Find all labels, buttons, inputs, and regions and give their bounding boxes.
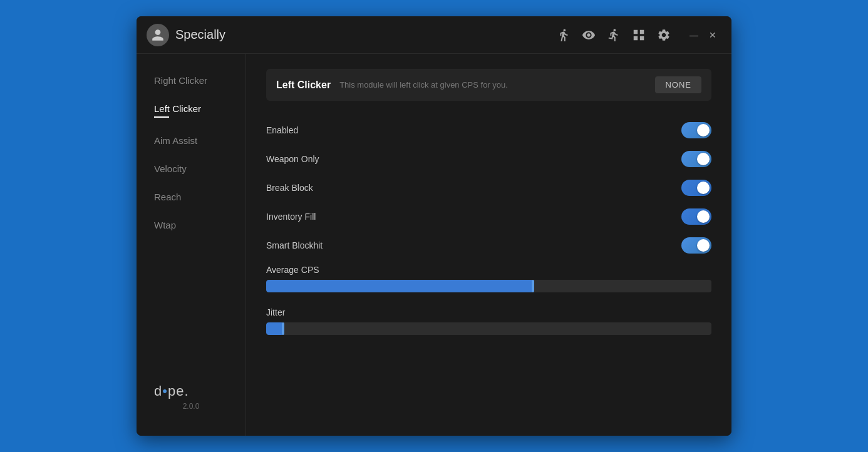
- average-cps-fill: [266, 280, 534, 292]
- combat-icon-btn[interactable]: [552, 24, 575, 46]
- setting-label-enabled: Enabled: [266, 125, 298, 135]
- jitter-slider-container: Jitter: [266, 302, 711, 345]
- sidebar: Right Clicker Left Clicker Aim Assist Ve…: [137, 54, 246, 436]
- setting-label-break-block: Break Block: [266, 183, 313, 193]
- sidebar-item-reach[interactable]: Reach: [137, 183, 245, 211]
- jitter-fill: [266, 322, 284, 335]
- setting-label-smart-blockhit: Smart Blockhit: [266, 240, 323, 250]
- movement-icon-btn[interactable]: [602, 24, 625, 46]
- grid-icon-btn[interactable]: [628, 24, 650, 46]
- setting-label-weapon-only: Weapon Only: [266, 154, 319, 164]
- toggle-break-block[interactable]: [681, 180, 711, 196]
- minimize-button[interactable]: —: [685, 26, 703, 44]
- average-cps-label: Average CPS: [266, 265, 711, 275]
- vision-icon-btn[interactable]: [577, 24, 600, 46]
- logo-dot: •: [162, 383, 168, 399]
- sidebar-item-right-clicker[interactable]: Right Clicker: [137, 66, 245, 95]
- sidebar-item-velocity[interactable]: Velocity: [137, 155, 245, 183]
- dope-logo: d•pe.: [154, 383, 228, 399]
- sidebar-item-wtap[interactable]: Wtap: [137, 211, 245, 239]
- settings-icon-btn[interactable]: [653, 24, 675, 46]
- toggle-smart-blockhit[interactable]: [681, 237, 711, 254]
- sidebar-item-left-clicker[interactable]: Left Clicker: [137, 95, 245, 126]
- sidebar-item-aim-assist[interactable]: Aim Assist: [137, 126, 245, 155]
- module-name: Left Clicker: [276, 80, 331, 91]
- toggle-enabled[interactable]: [681, 122, 711, 138]
- dope-version: 2.0.0: [154, 402, 228, 411]
- setting-row-weapon-only: Weapon Only: [266, 145, 711, 173]
- module-description: This module will left click at given CPS…: [339, 80, 646, 90]
- setting-row-enabled: Enabled: [266, 116, 711, 145]
- average-cps-track[interactable]: [266, 280, 711, 292]
- title-bar: Specially: [137, 16, 731, 54]
- jitter-track[interactable]: [266, 322, 711, 335]
- sidebar-items: Right Clicker Left Clicker Aim Assist Ve…: [137, 66, 245, 371]
- app-title: Specially: [175, 28, 225, 42]
- main-content: Right Clicker Left Clicker Aim Assist Ve…: [137, 54, 731, 436]
- sidebar-footer: d•pe. 2.0.0: [137, 371, 245, 423]
- window-controls: — ✕: [685, 26, 721, 44]
- setting-row-smart-blockhit: Smart Blockhit: [266, 231, 711, 260]
- keybind-button[interactable]: NONE: [655, 76, 701, 93]
- setting-label-inventory-fill: Inventory Fill: [266, 212, 316, 222]
- title-bar-left: Specially: [147, 24, 225, 46]
- jitter-label: Jitter: [266, 307, 711, 317]
- close-button[interactable]: ✕: [704, 26, 721, 44]
- toggle-weapon-only[interactable]: [681, 151, 711, 167]
- setting-row-break-block: Break Block: [266, 173, 711, 202]
- panel: Left Clicker This module will left click…: [246, 54, 731, 436]
- setting-row-inventory-fill: Inventory Fill: [266, 202, 711, 231]
- toggle-inventory-fill[interactable]: [681, 208, 711, 225]
- avatar: [147, 24, 169, 46]
- average-cps-slider-container: Average CPS: [266, 260, 711, 302]
- module-header: Left Clicker This module will left click…: [266, 69, 711, 101]
- app-window: Specially: [137, 16, 731, 436]
- title-bar-right: — ✕: [552, 24, 721, 46]
